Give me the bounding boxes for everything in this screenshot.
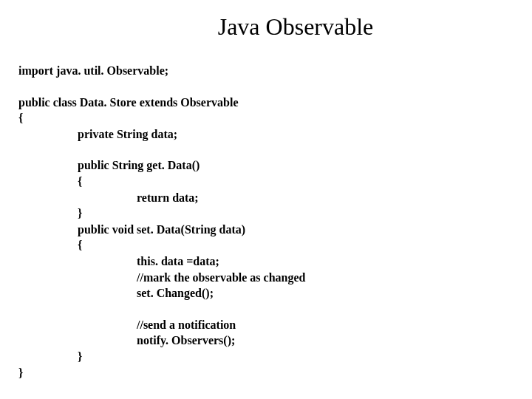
code-line: public String get. Data() [18, 157, 305, 174]
code-line: private String data; [18, 126, 305, 143]
code-line: return data; [18, 190, 305, 206]
code-line: { [18, 174, 305, 190]
code-line: public void set. Data(String data) [18, 222, 305, 238]
code-line: { [18, 237, 305, 253]
code-line: public class Data. Store extends Observa… [18, 95, 305, 111]
code-line: } [18, 349, 305, 365]
code-line: { [18, 110, 305, 126]
code-line: import java. util. Observable; [18, 63, 305, 79]
code-line: this. data =data; [18, 253, 305, 270]
slide-title: Java Observable [0, 0, 532, 41]
code-line: set. Changed(); [18, 285, 305, 301]
blank-line [18, 79, 305, 95]
code-line: } [18, 365, 305, 381]
code-content: import java. util. Observable; public cl… [18, 63, 305, 381]
blank-line [18, 142, 305, 157]
blank-line [18, 301, 305, 317]
code-line: notify. Observers(); [18, 332, 305, 349]
code-line: //mark the observable as changed [18, 270, 305, 286]
code-line: } [18, 205, 305, 222]
code-line: //send a notification [18, 317, 305, 333]
